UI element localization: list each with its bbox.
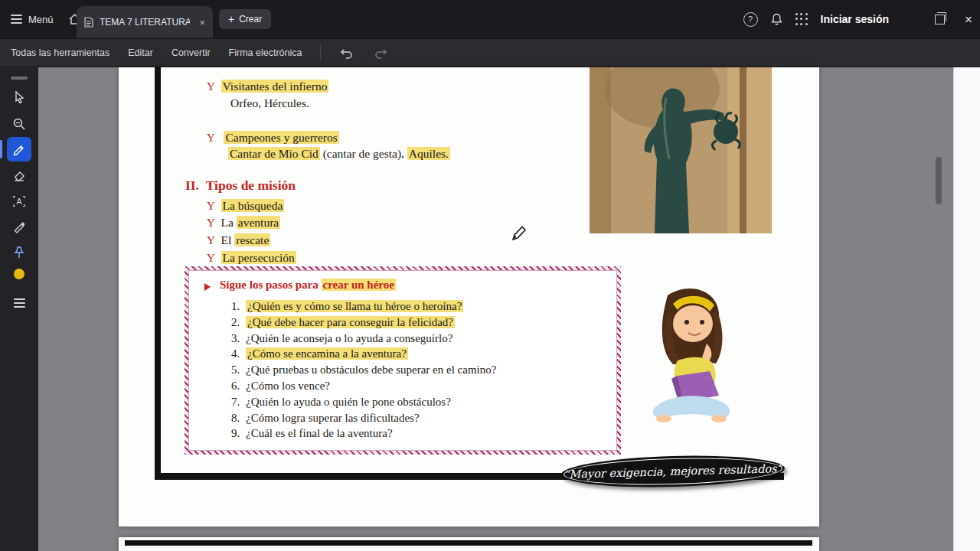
mision-hl: La persecución	[221, 251, 296, 264]
steps-title-pre: Sigue los pasos para	[220, 279, 322, 291]
pdf-next-page[interactable]	[119, 537, 819, 551]
undo-icon[interactable]	[339, 47, 354, 59]
step-text: ¿Cómo los vence?	[246, 380, 330, 392]
select-arrow-icon	[12, 90, 26, 104]
menu-button[interactable]: Menú	[11, 12, 54, 26]
document-tab[interactable]: TEMA 7 LITERATURA... ×	[77, 6, 213, 38]
sign-in-button[interactable]: Iniciar sesión	[821, 13, 889, 25]
notifications-bell-icon[interactable]	[770, 12, 783, 26]
tab-title: TEMA 7 LITERATURA...	[100, 17, 190, 28]
toolbar-divider	[320, 45, 321, 60]
selected-tool-indicator	[0, 140, 2, 158]
steps-box: Sigue los pasos para crear un héroe 1.¿Q…	[185, 266, 621, 455]
step-text: ¿Qué debe hacer para conseguir la felici…	[246, 316, 455, 328]
create-button[interactable]: + Crear	[219, 9, 271, 29]
mision-hl: rescate	[234, 233, 270, 246]
help-icon[interactable]: ?	[743, 12, 758, 27]
bullet-symbol: Y	[207, 234, 215, 246]
sign-tool-button[interactable]	[7, 214, 31, 239]
visitantes-title: Visitantes del infierno	[221, 80, 329, 93]
menu-label: Menú	[28, 14, 54, 25]
svg-text:A: A	[16, 197, 21, 206]
campeones-sub-hl2: Aquiles.	[407, 147, 450, 160]
mision-item: Y La persecución	[207, 249, 296, 266]
app-grid-icon[interactable]	[795, 13, 808, 26]
convert-menu[interactable]: Convertir	[172, 47, 211, 58]
sidebar-drag-handle[interactable]	[11, 77, 28, 80]
right-panel: 1 3	[953, 67, 980, 551]
zoom-magnifier-icon	[12, 117, 26, 131]
steps-title: Sigue los pasos para crear un héroe	[220, 279, 396, 292]
step-item: 3.¿Quién le aconseja o lo ayuda a conseg…	[231, 331, 496, 347]
pin-icon	[12, 246, 26, 259]
step-item: 4.¿Cómo se encamina a la aventura?	[231, 346, 496, 362]
heading-number: II.	[185, 178, 199, 193]
all-tools-menu[interactable]: Todas las herramientas	[11, 47, 109, 58]
document-icon	[84, 17, 93, 28]
hamburger-icon	[11, 12, 22, 26]
acrobat-window: Menú TEMA 7 LITERATURA... × + Crear ? In…	[0, 0, 980, 551]
eraser-icon	[12, 168, 26, 182]
step-text: ¿Cómo logra superar las dificultades?	[246, 412, 420, 424]
pdf-page[interactable]: Y Visitantes del infierno Orfeo, Hércule…	[119, 67, 819, 527]
eraser-tool-button[interactable]	[7, 163, 31, 187]
steps-list: 1.¿Quién es y cómo se llama tu héroe o h…	[231, 298, 496, 442]
visitantes-sub: Orfeo, Hércules.	[230, 95, 309, 111]
campeones-title: Campeones y guerreros	[224, 131, 338, 144]
step-text: ¿Quién es y cómo se llama tu héroe o her…	[246, 300, 463, 312]
quick-tools-sidebar: A	[0, 67, 38, 551]
next-page-frame-top	[125, 540, 812, 546]
create-label: Crear	[239, 14, 262, 24]
step-text: ¿Quién le aconseja o lo ayuda a consegui…	[246, 332, 452, 344]
step-item: 5.¿Qué pruebas u obstáculos debe superar…	[231, 362, 496, 378]
more-tools-button[interactable]	[7, 291, 31, 315]
esign-menu[interactable]: Firma electrónica	[229, 47, 302, 58]
draw-tool-button[interactable]	[7, 137, 31, 161]
steps-title-hl: crear un héroe	[322, 279, 396, 291]
step-item: 6.¿Cómo los vence?	[231, 378, 496, 394]
step-item: 8.¿Cómo logra superar las dificultades?	[231, 410, 496, 426]
step-text: ¿Cuál es el final de la aventura?	[246, 427, 393, 439]
bullet-symbol: Y	[207, 80, 215, 93]
bullet-symbol: Y	[207, 200, 215, 212]
arrow-bullet-icon	[204, 283, 211, 291]
add-text-tool-button[interactable]: A	[7, 189, 31, 214]
bullet-visitantes: Y Visitantes del infierno	[207, 78, 328, 95]
pencil-icon	[12, 142, 26, 156]
more-lines-icon	[14, 296, 25, 309]
mision-pre: El	[221, 233, 235, 246]
step-item: 2.¿Qué debe hacer para conseguir la feli…	[231, 315, 496, 331]
bullet-symbol: Y	[207, 217, 215, 229]
campeones-sub: Cantar de Mio Cid (cantar de gesta), Aqu…	[228, 145, 450, 161]
campeones-sub-plain: (cantar de gesta),	[320, 147, 407, 160]
window-close-button[interactable]: ×	[965, 13, 972, 26]
title-bar: Menú TEMA 7 LITERATURA... × + Crear ? In…	[0, 0, 980, 38]
window-restore-button[interactable]	[935, 15, 945, 24]
step-item: 1.¿Quién es y cómo se llama tu héroe o h…	[231, 298, 496, 315]
statue-image	[590, 67, 772, 233]
girl-illustration	[633, 284, 748, 429]
worksheet-frame-left	[155, 67, 161, 479]
campeones-sub-hl1: Cantar de Mio Cid	[228, 147, 320, 160]
edit-menu[interactable]: Editar	[128, 47, 153, 58]
mision-item: Y La aventura	[207, 214, 280, 231]
yellow-color-icon	[14, 269, 24, 279]
motto-text: “Mayor exigencia, mejores resultados”	[564, 462, 782, 481]
bullet-symbol: Y	[207, 252, 215, 264]
color-swatch-button[interactable]	[7, 262, 31, 286]
step-text: ¿Cómo se encamina a la aventura?	[246, 347, 408, 360]
select-tool-button[interactable]	[7, 85, 31, 109]
heading-text: Tipos de misión	[206, 178, 296, 193]
mision-item: Y La búsqueda	[207, 197, 284, 214]
pencil-cursor-icon	[510, 223, 528, 242]
mision-hl: La búsqueda	[221, 199, 285, 212]
tab-close-icon[interactable]: ×	[199, 17, 205, 28]
redo-icon[interactable]	[373, 47, 388, 59]
zoom-tool-button[interactable]	[7, 112, 31, 136]
step-item: 7.¿Quién lo ayuda o quién le pone obstác…	[231, 394, 496, 410]
mision-pre: La	[221, 216, 237, 229]
bullet-campeones: Y Campeones y guerreros	[207, 129, 339, 146]
vertical-scrollbar-thumb[interactable]	[936, 157, 942, 204]
sign-pen-icon	[12, 220, 26, 233]
section-heading: II. Tipos de misión	[185, 178, 296, 194]
